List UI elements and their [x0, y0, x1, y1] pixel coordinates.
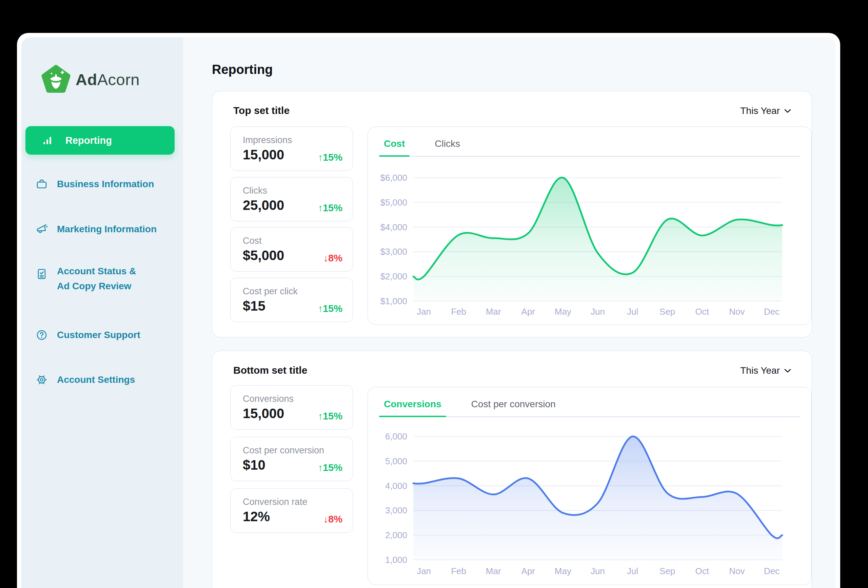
main-content: Reporting Top set title This Year Impres…: [183, 37, 836, 588]
stat-value: $10: [243, 458, 266, 473]
period-dropdown[interactable]: This Year: [740, 365, 791, 376]
x-tick-label: Jan: [410, 566, 437, 576]
y-tick-label: 2,000: [372, 530, 407, 540]
y-tick-label: 4,000: [372, 481, 407, 491]
x-tick-label: Nov: [723, 307, 750, 317]
x-tick-label: Feb: [445, 566, 472, 576]
x-tick-label: Dec: [758, 566, 785, 576]
stat-card-cost-per-click: Cost per click $15 ↑15%: [230, 278, 353, 322]
period-dropdown[interactable]: This Year: [740, 105, 791, 116]
x-tick-label: Mar: [480, 307, 507, 317]
sidebar-item-label: Marketing Information: [57, 222, 156, 237]
sidebar-item-label: Reporting: [65, 135, 112, 146]
x-tick-label: Oct: [689, 307, 716, 317]
stat-label: Cost: [243, 236, 262, 246]
x-tick-label: Sep: [654, 307, 681, 317]
tab-cost[interactable]: Cost: [379, 138, 410, 150]
sidebar-item-label: Business Information: [57, 177, 154, 192]
document-check-icon: [35, 268, 48, 280]
x-tick-label: Jun: [584, 307, 611, 317]
x-tick-label: Feb: [445, 307, 472, 317]
stat-delta: ↓8%: [323, 514, 342, 525]
x-tick-label: Sep: [654, 566, 681, 576]
chevron-down-icon: [784, 108, 791, 113]
gear-icon: [35, 374, 48, 386]
app-window: AdAcorn Reporting Business Information: [17, 33, 840, 588]
period-label: This Year: [740, 105, 780, 116]
stat-value: 12%: [243, 509, 270, 524]
chart-tabs: Cost Clicks: [379, 138, 800, 157]
stat-label: Cost per click: [243, 286, 298, 297]
y-tick-label: $3,000: [372, 247, 407, 257]
sidebar: AdAcorn Reporting Business Information: [21, 37, 183, 588]
sidebar-item-reporting[interactable]: Reporting: [25, 126, 175, 155]
stat-delta: ↑15%: [318, 303, 342, 314]
sidebar-item-label: Customer Support: [57, 328, 140, 343]
app-container: AdAcorn Reporting Business Information: [21, 37, 836, 588]
sidebar-item-customer-support[interactable]: Customer Support: [35, 325, 140, 345]
stat-delta: ↑15%: [318, 152, 342, 163]
y-tick-label: $2,000: [372, 271, 407, 281]
x-tick-label: May: [549, 566, 576, 576]
stat-card-cost-per-conversion: Cost per conversion $10 ↑15%: [230, 437, 353, 481]
stat-card-conversions: Conversions 15,000 ↑15%: [230, 385, 353, 430]
x-tick-label: Dec: [758, 307, 785, 317]
sidebar-item-marketing-information[interactable]: Marketing Information: [35, 219, 156, 239]
stat-label: Conversions: [243, 394, 294, 404]
tab-clicks[interactable]: Clicks: [430, 138, 465, 150]
bottom-report-section: Bottom set title This Year Conversions 1…: [212, 351, 812, 588]
x-tick-label: Nov: [723, 566, 750, 576]
stat-delta: ↑15%: [318, 202, 342, 214]
sidebar-item-account-status-ad-copy-review[interactable]: Account Status &Ad Copy Review: [35, 264, 136, 299]
stat-value: 15,000: [243, 147, 284, 163]
y-axis-labels: 6,0005,0004,0003,0002,0001,000: [372, 434, 407, 560]
stat-delta: ↓8%: [323, 253, 342, 264]
x-tick-label: Jan: [410, 307, 437, 317]
x-tick-label: Apr: [515, 307, 542, 317]
help-circle-icon: [35, 329, 48, 341]
megaphone-icon: [35, 223, 48, 235]
stat-value: $15: [243, 298, 266, 314]
tab-cost-per-conversion[interactable]: Cost per conversion: [466, 398, 561, 410]
tab-conversions[interactable]: Conversions: [379, 398, 446, 410]
brand-name: AdAcorn: [75, 70, 140, 89]
conversions-chart-card: Conversions Cost per conversion 6,0005,0…: [368, 387, 812, 585]
stat-card-cost: Cost $5,000 ↓8%: [230, 227, 353, 272]
stat-card-conversion-rate: Conversion rate 12% ↓8%: [230, 488, 353, 533]
y-tick-label: $5,000: [372, 197, 407, 208]
sidebar-item-account-settings[interactable]: Account Settings: [35, 369, 135, 390]
stat-delta: ↑15%: [318, 411, 342, 422]
stat-label: Clicks: [243, 186, 267, 196]
cost-area-chart: [413, 175, 782, 301]
x-tick-label: Jul: [619, 566, 646, 576]
stat-card-clicks: Clicks 25,000 ↑15%: [230, 177, 353, 222]
y-axis-labels: $6,000$5,000$4,000$3,000$2,000$1,000: [372, 175, 407, 301]
stat-value: $5,000: [243, 248, 284, 263]
y-tick-label: 1,000: [372, 555, 407, 565]
sidebar-item-label: Account Status &Ad Copy Review: [57, 264, 136, 294]
stat-value: 25,000: [243, 198, 284, 213]
period-label: This Year: [740, 365, 780, 376]
stat-delta: ↑15%: [318, 462, 342, 473]
stat-value: 15,000: [243, 406, 284, 421]
stat-label: Impressions: [243, 135, 292, 145]
chevron-down-icon: [784, 368, 791, 373]
area-fill: [413, 436, 782, 560]
section-title: Bottom set title: [233, 365, 307, 376]
x-axis-labels: JanFebMarAprMayJunJulSepOctNovDec: [413, 566, 782, 576]
sidebar-item-label: Account Settings: [57, 372, 135, 387]
chart-tabs: Conversions Cost per conversion: [379, 398, 800, 417]
x-tick-label: Apr: [515, 566, 542, 576]
x-axis-labels: JanFebMarAprMayJunJulSepOctNovDec: [413, 307, 782, 317]
conversions-area-chart: [413, 434, 782, 560]
stat-label: Cost per conversion: [243, 445, 324, 456]
y-tick-label: 3,000: [372, 505, 407, 516]
y-tick-label: $6,000: [372, 173, 407, 183]
x-tick-label: Jun: [584, 566, 611, 576]
y-tick-label: $1,000: [372, 296, 407, 306]
x-tick-label: Mar: [480, 566, 507, 576]
section-title: Top set title: [233, 105, 289, 116]
top-report-section: Top set title This Year Impressions 15,0…: [212, 91, 812, 337]
sidebar-item-business-information[interactable]: Business Information: [35, 174, 154, 194]
y-tick-label: $4,000: [372, 222, 407, 232]
